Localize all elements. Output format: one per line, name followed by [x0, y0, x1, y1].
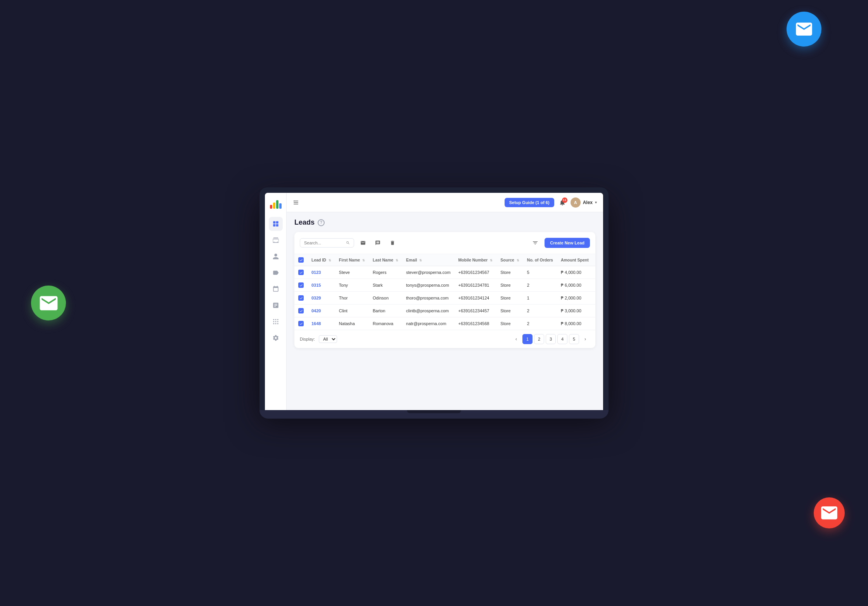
- filter-button[interactable]: [529, 237, 541, 249]
- delete-toolbar-button[interactable]: [387, 237, 398, 249]
- row-orders-1: 2: [523, 279, 557, 292]
- svg-rect-2: [273, 224, 275, 227]
- float-email-icon-red: [814, 497, 845, 528]
- notification-badge: 11: [562, 197, 567, 203]
- display-select[interactable]: All 10 25 50: [319, 335, 337, 343]
- main-content: Setup Guide (1 of 6) 11 A Alex ▾: [287, 193, 603, 410]
- toolbar: Create New Lead: [294, 232, 595, 254]
- row-select-2[interactable]: [298, 295, 304, 301]
- laptop-body: Setup Guide (1 of 6) 11 A Alex ▾: [259, 187, 609, 410]
- row-source-2: Store: [496, 292, 523, 305]
- row-email-0: stever@prosperna.com: [402, 266, 455, 279]
- row-select-1[interactable]: [298, 282, 304, 288]
- row-amount-2: ₱ 2,000.00: [557, 292, 593, 305]
- row-email-4: natr@prosperna.com: [402, 317, 455, 330]
- sidebar-item-apps[interactable]: [269, 315, 283, 329]
- display-label: Display:: [300, 337, 315, 341]
- row-mobile-0: +639161234567: [455, 266, 497, 279]
- page-next-button[interactable]: ›: [581, 334, 590, 344]
- col-header-last-name: Last Name ⇅: [369, 254, 402, 266]
- help-icon[interactable]: ?: [318, 219, 325, 226]
- float-email-icon-blue: [787, 12, 821, 47]
- sms-toolbar-button[interactable]: [372, 237, 384, 249]
- row-orders-0: 5: [523, 266, 557, 279]
- row-checkbox-1: [294, 279, 308, 292]
- row-lead-id-0: 0123: [308, 266, 335, 279]
- svg-point-12: [277, 323, 278, 324]
- row-select-0[interactable]: [298, 270, 304, 275]
- svg-rect-15: [294, 204, 298, 204]
- lead-id-link-2[interactable]: 0329: [311, 296, 321, 300]
- svg-rect-1: [276, 221, 278, 223]
- col-header-orders: No. of Orders: [523, 254, 557, 266]
- table-row: 0420 Clint Barton clintb@prosperna.com +…: [294, 305, 595, 317]
- notification-button[interactable]: 11: [559, 199, 566, 206]
- row-amount-1: ₱ 6,000.00: [557, 279, 593, 292]
- row-select-3[interactable]: [298, 308, 304, 313]
- sidebar-item-reports[interactable]: [269, 298, 283, 312]
- pagination-row: Display: All 10 25 50 ‹ 1 2: [294, 330, 595, 348]
- sidebar-item-calendar[interactable]: [269, 282, 283, 296]
- page-button-3[interactable]: 3: [546, 334, 556, 344]
- row-tag-4: Tag Name: [593, 317, 595, 330]
- email-toolbar-button[interactable]: [357, 237, 369, 249]
- row-mobile-3: +639161234457: [455, 305, 497, 317]
- page-button-2[interactable]: 2: [534, 334, 544, 344]
- user-menu[interactable]: A Alex ▾: [571, 197, 597, 208]
- table-row: 0329 Thor Odinson thoro@prosperna.com +6…: [294, 292, 595, 305]
- search-box: [300, 238, 354, 248]
- row-last-name-0: Rogers: [369, 266, 402, 279]
- lead-id-link-4[interactable]: 1648: [311, 321, 321, 326]
- sidebar-item-settings[interactable]: [269, 331, 283, 345]
- col-header-tags: Tags ⇅: [593, 254, 595, 266]
- row-mobile-1: +639161234781: [455, 279, 497, 292]
- row-mobile-4: +639161234568: [455, 317, 497, 330]
- col-header-first-name: First Name ⇅: [335, 254, 369, 266]
- sidebar: [265, 193, 287, 410]
- col-header-email: Email ⇅: [402, 254, 455, 266]
- row-last-name-3: Barton: [369, 305, 402, 317]
- leads-table-card: Create New Lead: [294, 232, 595, 348]
- col-header-mobile: Mobile Number ⇅: [455, 254, 497, 266]
- row-amount-3: ₱ 3,000.00: [557, 305, 593, 317]
- row-source-3: Store: [496, 305, 523, 317]
- menu-button[interactable]: [293, 199, 299, 206]
- row-last-name-4: Romanova: [369, 317, 402, 330]
- svg-rect-3: [276, 224, 278, 227]
- row-select-4[interactable]: [298, 321, 304, 326]
- page-button-5[interactable]: 5: [569, 334, 579, 344]
- user-avatar: A: [571, 197, 581, 208]
- page-button-4[interactable]: 4: [557, 334, 567, 344]
- row-email-2: thoro@prosperna.com: [402, 292, 455, 305]
- svg-point-9: [277, 321, 278, 322]
- row-amount-0: ₱ 4,000.00: [557, 266, 593, 279]
- lead-id-link-3[interactable]: 0420: [311, 308, 321, 313]
- row-checkbox-2: [294, 292, 308, 305]
- laptop-wrapper: Setup Guide (1 of 6) 11 A Alex ▾: [259, 187, 609, 419]
- select-all-checkbox[interactable]: [298, 257, 304, 263]
- sidebar-item-leads[interactable]: [269, 249, 283, 263]
- lead-id-link-1[interactable]: 0315: [311, 283, 321, 287]
- sidebar-item-dashboard[interactable]: [269, 217, 283, 231]
- float-email-icon-green: [31, 286, 66, 320]
- svg-point-7: [273, 321, 274, 322]
- search-input[interactable]: [304, 241, 344, 245]
- sidebar-item-contacts[interactable]: [269, 233, 283, 247]
- laptop-base: [259, 410, 609, 419]
- page-body: Leads ?: [287, 212, 603, 410]
- svg-rect-14: [294, 202, 298, 203]
- page-title-row: Leads ?: [294, 218, 595, 227]
- row-first-name-0: Steve: [335, 266, 369, 279]
- laptop-screen: Setup Guide (1 of 6) 11 A Alex ▾: [265, 193, 603, 410]
- page-prev-button[interactable]: ‹: [512, 334, 521, 344]
- page-button-1[interactable]: 1: [522, 334, 533, 344]
- row-orders-2: 1: [523, 292, 557, 305]
- col-header-source: Source ⇅: [496, 254, 523, 266]
- row-tag-1: Tag Name: [593, 279, 595, 292]
- setup-guide-button[interactable]: Setup Guide (1 of 6): [505, 198, 554, 207]
- row-lead-id-4: 1648: [308, 317, 335, 330]
- lead-id-link-0[interactable]: 0123: [311, 270, 321, 275]
- row-first-name-3: Clint: [335, 305, 369, 317]
- sidebar-item-products[interactable]: [269, 266, 283, 280]
- create-new-lead-button[interactable]: Create New Lead: [545, 238, 590, 248]
